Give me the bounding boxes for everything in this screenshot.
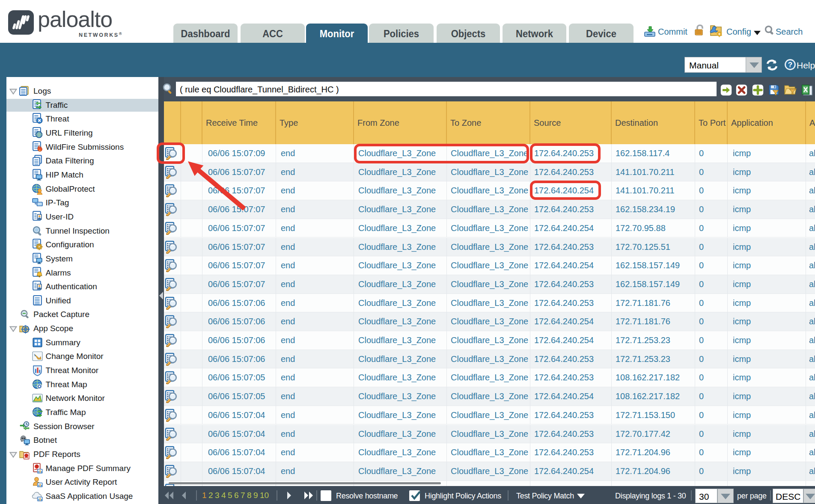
svg-text:?: ? [788,61,792,69]
